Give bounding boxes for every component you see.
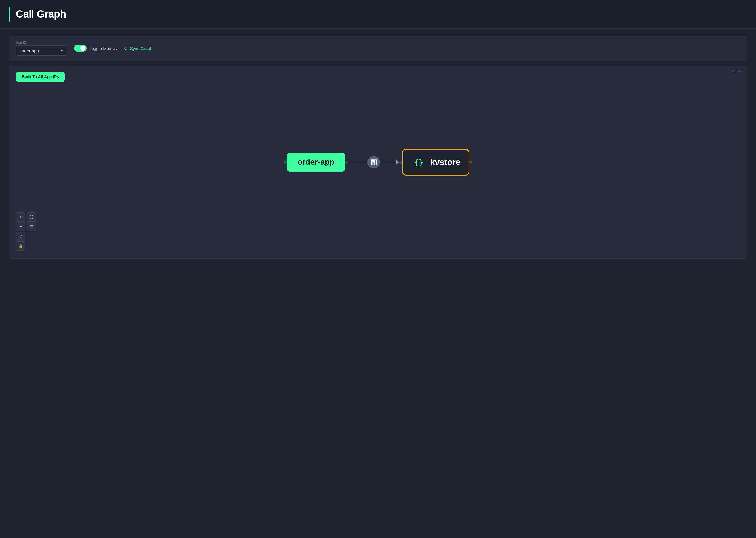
kvstore-icon: {} ) (411, 155, 426, 170)
view-controls: ⛶ ≡ (27, 212, 36, 250)
graph-canvas: React Flow Back To All App IDs order-app… (9, 66, 747, 259)
page-header: Call Graph (0, 0, 756, 29)
edge-metrics-button[interactable]: 📊 (367, 156, 380, 168)
app-id-label: App ID (16, 41, 67, 44)
order-app-label: order-app (298, 158, 335, 166)
page-title: Call Graph (16, 8, 66, 20)
bar-chart-icon: 📊 (371, 159, 377, 165)
toggle-metrics-label: Toggle Metrics (89, 46, 117, 51)
graph-area: order-app 📊 (9, 66, 747, 258)
zoom-out-button[interactable]: − (16, 222, 25, 231)
fit-view-button[interactable]: ⤢ (16, 232, 25, 241)
header-accent (9, 7, 10, 22)
graph-edge: 📊 (348, 160, 399, 164)
toolbar: App ID order-app ▾ Toggle Metrics ↻ Sync… (9, 35, 747, 61)
app-id-selector: App ID order-app ▾ (16, 41, 67, 56)
chevron-down-icon: ▾ (61, 48, 63, 53)
minimap-button[interactable]: ≡ (27, 222, 36, 231)
graph-controls: + − ⤢ 🔒 ⛶ ≡ (16, 212, 36, 250)
graph-flow: order-app 📊 (284, 149, 472, 176)
sync-graph-button[interactable]: ↻ Sync Graph (124, 45, 152, 51)
node-order-app[interactable]: order-app (287, 152, 345, 172)
node-kvstore[interactable]: {} ) kvstore (402, 149, 469, 176)
source-handle-right (345, 161, 348, 164)
source-handle-left (284, 161, 287, 164)
app-id-dropdown[interactable]: order-app ▾ (16, 45, 67, 56)
toggle-metrics-section: Toggle Metrics (74, 45, 117, 52)
app-id-value: order-app (21, 48, 39, 53)
toggle-thumb (80, 46, 85, 51)
target-handle-right (469, 161, 472, 164)
main-content: App ID order-app ▾ Toggle Metrics ↻ Sync… (0, 29, 756, 266)
lock-button[interactable]: 🔒 (16, 242, 25, 250)
fullscreen-button[interactable]: ⛶ (27, 212, 36, 222)
sync-icon: ↻ (124, 45, 128, 51)
kvstore-label: kvstore (430, 157, 460, 167)
arrow-head (396, 160, 399, 164)
zoom-in-button[interactable]: + (16, 212, 25, 222)
target-handle-left (399, 161, 402, 164)
toggle-metrics-switch[interactable] (74, 45, 86, 52)
back-to-all-app-ids-button[interactable]: Back To All App IDs (16, 72, 65, 82)
sync-graph-label: Sync Graph (130, 46, 152, 51)
svg-text:): ) (421, 161, 422, 165)
zoom-controls: + − ⤢ 🔒 (16, 212, 25, 250)
